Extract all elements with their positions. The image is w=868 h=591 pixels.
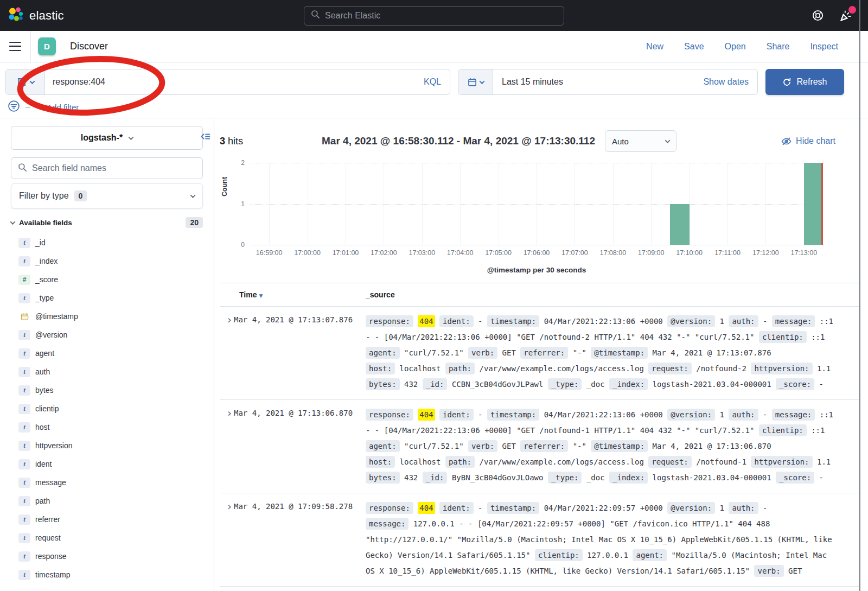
field-item-auth[interactable]: tauth [11, 363, 203, 381]
field-item-type[interactable]: t_type [11, 289, 203, 307]
source-field-badge: response: [366, 315, 413, 327]
field-name: message [35, 478, 66, 487]
text-field-type-icon: t [18, 459, 30, 469]
interval-select[interactable]: Auto [605, 130, 676, 152]
global-header: elastic [0, 0, 868, 31]
field-item-clientip[interactable]: tclientip [11, 399, 203, 418]
field-name: _id [35, 238, 46, 247]
field-item-id[interactable]: t_id [11, 233, 203, 252]
field-item-ident[interactable]: tident [11, 455, 203, 473]
field-name: _type [35, 294, 54, 302]
type-filter-count-badge: 0 [74, 190, 87, 201]
field-name: _index [35, 257, 58, 265]
text-field-type-icon: t [18, 533, 30, 543]
chart-bar[interactable] [670, 204, 689, 245]
source-field-badge: _type: [548, 378, 582, 390]
page-scrollbar[interactable] [859, 0, 860, 591]
newsfeed-icon[interactable] [839, 9, 853, 23]
source-value [767, 317, 771, 326]
source-value [771, 380, 776, 389]
refresh-button[interactable]: Refresh [765, 69, 844, 95]
time-column-header[interactable]: Time▼ [220, 290, 366, 299]
chevron-down-icon [479, 79, 484, 84]
field-item-referrer[interactable]: treferrer [11, 510, 203, 529]
field-item-path[interactable]: tpath [11, 492, 203, 510]
filter-bar: + Add filter [0, 97, 868, 118]
field-list: t_idt_index#_scoret_type@timestampt@vers… [11, 233, 203, 584]
filter-by-type[interactable]: Filter by type 0 [11, 183, 203, 208]
field-item-response[interactable]: tresponse [11, 547, 203, 565]
x-gridline [346, 163, 346, 245]
menu-icon[interactable] [0, 31, 31, 62]
field-item-host[interactable]: thost [11, 418, 203, 436]
source-field-badge: timestamp: [487, 409, 539, 421]
chevron-down-icon [29, 79, 35, 84]
time-range-value[interactable]: Last 15 minutes [493, 77, 563, 87]
help-icon[interactable] [810, 9, 825, 23]
nav-action-open[interactable]: Open [725, 42, 746, 52]
field-name: _score [35, 275, 58, 284]
field-item-httpversion[interactable]: thttpversion [11, 436, 203, 455]
source-field-badge: agent: [366, 347, 400, 359]
field-item-message[interactable]: tmessage [11, 473, 203, 492]
field-item-score[interactable]: #_score [11, 270, 203, 289]
field-name: httpversion [35, 441, 72, 450]
nav-action-share[interactable]: Share [767, 42, 790, 52]
query-language-button[interactable]: KQL [415, 77, 450, 87]
field-item-index[interactable]: t_index [11, 252, 203, 270]
source-field-badge: clientip: [759, 424, 807, 436]
field-item-version[interactable]: t@version [11, 326, 203, 344]
x-tick-label: 17:05:00 [485, 249, 512, 257]
calendar-icon [468, 78, 477, 87]
hide-chart-button[interactable]: Hide chart [781, 136, 835, 147]
x-tick-label: 17:03:00 [409, 249, 435, 257]
source-field-badge: ident: [439, 315, 474, 327]
source-field-badge: bytes: [366, 378, 400, 390]
source-field-badge: path: [445, 456, 475, 468]
text-field-type-icon: t [18, 348, 30, 359]
global-search-input[interactable] [325, 11, 557, 21]
elastic-logo[interactable]: elastic [0, 7, 64, 24]
x-tick-label: 17:12:00 [752, 249, 779, 257]
field-item-timestamp[interactable]: ttimestamp [11, 565, 203, 584]
nav-action-new[interactable]: New [646, 42, 663, 52]
source-field-badge: _score: [776, 378, 814, 390]
filter-icon[interactable] [8, 100, 20, 115]
x-gridline [613, 163, 614, 245]
show-dates-button[interactable]: Show dates [703, 77, 757, 87]
expand-row-icon[interactable]: › [220, 500, 234, 512]
source-field-badge: message: [772, 315, 815, 327]
field-item-request[interactable]: trequest [11, 529, 203, 547]
field-name: agent [35, 349, 54, 358]
discover-app-badge[interactable]: D [38, 37, 56, 55]
kql-query-input[interactable] [45, 77, 415, 87]
nav-action-inspect[interactable]: Inspect [810, 42, 838, 52]
field-search[interactable] [11, 157, 203, 179]
expand-row-icon[interactable]: › [220, 314, 234, 326]
chevron-down-icon [190, 193, 196, 198]
source-field-badge: response: [366, 502, 413, 514]
saved-query-menu-button[interactable] [6, 69, 45, 94]
index-pattern-select[interactable]: logstash-* [11, 126, 203, 150]
field-name: @version [35, 331, 67, 339]
field-search-input[interactable] [32, 163, 196, 173]
row-source: response: 404 ident: - timestamp: 04/Mar… [366, 500, 859, 579]
collapse-sidebar-icon[interactable] [200, 131, 210, 143]
filter-divider [25, 107, 30, 108]
source-field-badge: timestamp: [487, 315, 539, 327]
text-field-type-icon: t [18, 441, 30, 451]
chart-bar[interactable] [804, 163, 823, 245]
expand-row-icon[interactable]: › [220, 407, 234, 419]
chart-time-range: Mar 4, 2021 @ 16:58:30.112 - Mar 4, 2021… [322, 135, 595, 147]
add-filter-button[interactable]: + Add filter [40, 103, 79, 112]
calendar-menu-button[interactable] [458, 69, 493, 94]
text-field-type-icon: t [18, 330, 30, 340]
available-fields-toggle[interactable]: Available fields 20 [11, 216, 203, 229]
field-item-bytes[interactable]: tbytes [11, 381, 203, 399]
nav-action-save[interactable]: Save [684, 42, 704, 52]
source-field-badge: httpversion: [751, 456, 812, 468]
field-item-agent[interactable]: tagent [11, 344, 203, 363]
field-item-timestamp[interactable]: @timestamp [11, 307, 203, 326]
global-search[interactable] [304, 6, 564, 26]
source-field-badge: httpversion: [751, 363, 812, 374]
